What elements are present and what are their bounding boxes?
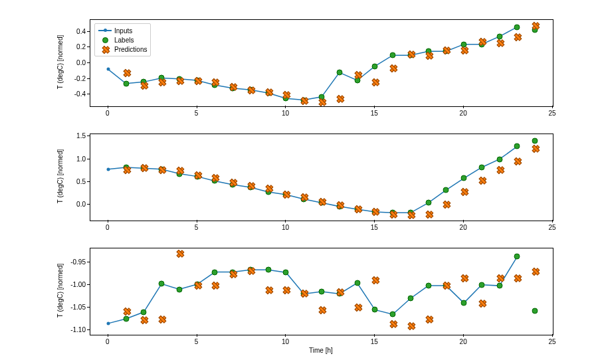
- ytick: -1.10: [64, 326, 86, 333]
- prediction-point: [390, 65, 395, 70]
- prediction-point: [177, 167, 182, 173]
- prediction-point: [212, 282, 217, 288]
- prediction-point: [514, 34, 520, 39]
- legend: Inputs Labels Predictions: [94, 23, 151, 56]
- xtick: 0: [106, 110, 110, 117]
- legend-item-predictions: Predictions: [98, 45, 147, 54]
- prediction-point: [497, 167, 502, 172]
- label-point: [212, 269, 218, 275]
- xtick: 10: [282, 338, 289, 345]
- label-point: [390, 52, 396, 58]
- prediction-point: [337, 289, 342, 294]
- xtick: 10: [282, 110, 289, 117]
- subplot-1: [90, 134, 553, 221]
- xtick: 5: [195, 224, 199, 231]
- label-point: [265, 267, 271, 273]
- prediction-point: [497, 275, 502, 280]
- label-point: [141, 309, 147, 315]
- label-point: [123, 80, 129, 86]
- xtick: 20: [460, 110, 467, 117]
- prediction-point: [124, 308, 129, 314]
- label-point: [514, 254, 520, 260]
- ytick: -1.00: [64, 280, 86, 288]
- prediction-point: [497, 40, 502, 45]
- prediction-point: [177, 250, 182, 256]
- input-point: [106, 167, 110, 171]
- prediction-point: [355, 206, 360, 211]
- prediction-point: [159, 316, 164, 321]
- label-point: [390, 312, 396, 318]
- prediction-point: [301, 290, 306, 296]
- prediction-point: [355, 304, 360, 310]
- label-point: [372, 63, 378, 69]
- prediction-point: [372, 277, 377, 282]
- ylabel-0: T (degC) [normed]: [56, 35, 64, 90]
- prediction-point: [230, 271, 235, 276]
- prediction-point: [212, 175, 217, 180]
- prediction-point: [177, 78, 182, 83]
- prediction-point: [426, 316, 431, 321]
- prediction-point: [355, 72, 360, 77]
- label-point: [496, 156, 502, 162]
- subplot-2: [90, 248, 553, 335]
- label-point: [478, 282, 484, 288]
- prediction-point: [408, 212, 413, 217]
- prediction-point: [426, 52, 431, 58]
- prediction-point: [195, 282, 200, 288]
- xlabel: Time [h]: [309, 347, 333, 354]
- ytick: -0.95: [64, 258, 86, 265]
- prediction-point: [461, 189, 466, 194]
- prediction-point: [283, 191, 288, 197]
- ytick: 1.0: [64, 155, 86, 162]
- prediction-point: [248, 87, 253, 92]
- legend-label-inputs: Inputs: [114, 27, 132, 35]
- prediction-point: [230, 84, 235, 89]
- prediction-point: [124, 70, 129, 75]
- prediction-point: [159, 167, 164, 172]
- prediction-point: [514, 275, 520, 280]
- prediction-point: [212, 79, 217, 84]
- ytick: 0.4: [64, 27, 86, 35]
- label-point: [159, 281, 165, 287]
- prediction-point: [514, 158, 520, 163]
- prediction-point: [319, 99, 324, 104]
- prediction-point: [141, 317, 146, 322]
- prediction-point: [141, 82, 146, 88]
- prediction-point: [266, 185, 271, 191]
- label-point: [496, 283, 502, 289]
- prediction-point: [372, 209, 377, 214]
- ytick: 0.0: [64, 59, 86, 66]
- ytick: -0.2: [64, 74, 86, 82]
- label-point: [176, 286, 182, 292]
- prediction-point: [443, 282, 448, 288]
- label-point: [123, 316, 129, 322]
- prediction-point: [283, 92, 288, 97]
- label-point: [372, 307, 378, 313]
- prediction-point: [195, 172, 200, 177]
- prediction-point: [301, 194, 306, 199]
- ylabel-2: T (degC) [normed]: [56, 264, 64, 318]
- prediction-point: [390, 211, 395, 217]
- xtick: 5: [195, 338, 199, 345]
- xtick: 25: [548, 224, 555, 231]
- ytick: 0.2: [64, 43, 86, 50]
- prediction-point: [532, 145, 538, 151]
- prediction-point: [532, 268, 538, 274]
- xtick: 0: [106, 224, 110, 231]
- prediction-point: [319, 199, 324, 204]
- label-point: [354, 280, 360, 286]
- prediction-point: [159, 79, 164, 84]
- xtick: 0: [106, 338, 110, 345]
- prediction-point: [443, 47, 448, 52]
- prediction-point: [337, 202, 342, 207]
- label-point: [532, 138, 538, 144]
- legend-item-labels: Labels: [98, 35, 147, 45]
- ytick: -0.4: [64, 90, 86, 98]
- label-point: [461, 300, 467, 306]
- label-point: [407, 296, 413, 302]
- prediction-point: [141, 165, 146, 170]
- prediction-point: [337, 96, 342, 101]
- prediction-point: [301, 98, 306, 103]
- ytick: 1.5: [64, 132, 86, 139]
- xtick: 20: [460, 224, 467, 231]
